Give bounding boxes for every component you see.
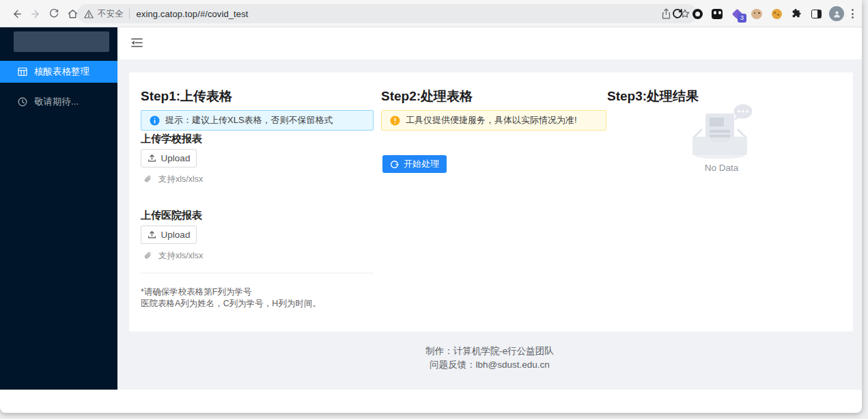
table-icon xyxy=(18,67,27,77)
upload-icon xyxy=(148,230,156,239)
cookie-extension-icon[interactable] xyxy=(770,7,783,21)
empty-box-illustration xyxy=(682,104,761,160)
browser-toolbar: 不安全 exing.catop.top/#/covid_test 3 xyxy=(0,0,862,27)
not-secure-warning-icon[interactable] xyxy=(84,10,94,18)
sidebar-item-covid-table[interactable]: 核酸表格整理 xyxy=(0,61,117,83)
share-icon[interactable] xyxy=(661,8,671,19)
omnibox-divider xyxy=(129,8,130,19)
app-header xyxy=(117,27,862,59)
url-text[interactable]: exing.catop.top/#/covid_test xyxy=(137,9,662,19)
paperclip-icon xyxy=(143,252,152,260)
eyes-extension-icon[interactable] xyxy=(710,7,724,21)
step1-info-alert: 提示：建议上传XLS表格，否则不保留格式 xyxy=(141,110,374,131)
school-upload-label: 上传学校报表 xyxy=(141,133,202,146)
format-note: *请确保学校表格第F列为学号 医院表格A列为姓名，C列为学号，H列为时间。 xyxy=(141,286,321,310)
warning-circle-icon xyxy=(390,116,400,126)
empty-state: No Data xyxy=(672,104,771,173)
paperclip-icon xyxy=(143,175,152,184)
support-hint-text: 支持xls/xlsx xyxy=(158,174,203,185)
profile-avatar[interactable] xyxy=(829,6,844,21)
support-hint-text: 支持xls/xlsx xyxy=(158,250,203,262)
school-upload-button[interactable]: Upload xyxy=(141,149,197,167)
upload-button-label: Upload xyxy=(161,153,191,163)
back-button[interactable] xyxy=(8,5,25,22)
empty-state-text: No Data xyxy=(672,163,771,173)
reload-button[interactable] xyxy=(46,5,62,22)
section-divider xyxy=(141,273,374,273)
step1-alert-text: 提示：建议上传XLS表格，否则不保留格式 xyxy=(165,114,333,126)
start-process-label: 开始处理 xyxy=(404,158,439,170)
footer-feedback: 问题反馈：lbh@sdust.edu.cn xyxy=(117,358,862,371)
step2-column: Step2:处理表格 工具仅提供便捷服务，具体以实际情况为准! 开始处理 xyxy=(381,72,606,332)
dark-mode-extension-icon[interactable] xyxy=(690,7,704,21)
hospital-support-hint: 支持xls/xlsx xyxy=(143,250,203,262)
upload-button-label: Upload xyxy=(161,230,191,240)
app-footer: 制作：计算机学院-e行公益团队 问题反馈：lbh@sdust.edu.cn xyxy=(117,344,862,371)
step2-warning-alert: 工具仅提供便捷服务，具体以实际情况为准! xyxy=(381,110,606,131)
main-area: Step1:上传表格 提示：建议上传XLS表格，否则不保留格式 上传学校报表 U… xyxy=(117,27,862,390)
app-logo xyxy=(14,31,109,52)
footer-credit: 制作：计算机学院-e行公益团队 xyxy=(117,344,862,357)
step1-title: Step1:上传表格 xyxy=(141,87,232,105)
side-panel-icon[interactable] xyxy=(809,7,823,21)
start-process-button[interactable]: 开始处理 xyxy=(382,155,447,173)
hospital-upload-button[interactable]: Upload xyxy=(141,226,197,244)
menu-fold-icon[interactable] xyxy=(131,38,143,49)
browser-window: 不安全 exing.catop.top/#/covid_test 3 xyxy=(0,0,862,413)
address-bar[interactable]: 不安全 exing.catop.top/#/covid_test xyxy=(77,4,697,23)
security-label[interactable]: 不安全 xyxy=(98,8,124,20)
purple-diamond-extension-icon[interactable]: 3 xyxy=(730,7,744,21)
upload-icon xyxy=(148,154,156,163)
step1-column: Step1:上传表格 提示：建议上传XLS表格，否则不保留格式 上传学校报表 U… xyxy=(141,72,374,332)
step2-alert-text: 工具仅提供便捷服务，具体以实际情况为准! xyxy=(406,114,577,126)
forward-button[interactable] xyxy=(27,5,44,22)
content-card: Step1:上传表格 提示：建议上传XLS表格，否则不保留格式 上传学校报表 U… xyxy=(129,72,853,332)
app-root: 核酸表格整理 敬请期待... Step1:上传表格 xyxy=(0,27,862,390)
info-circle-icon xyxy=(150,116,160,126)
extension-badge: 3 xyxy=(738,14,746,23)
browser-menu-icon[interactable] xyxy=(850,8,855,20)
step3-column: Step3:处理结果 xyxy=(607,72,845,332)
sidebar-item-label: 核酸表格整理 xyxy=(34,66,89,78)
school-support-hint: 支持xls/xlsx xyxy=(143,174,203,185)
sync-icon xyxy=(390,160,399,169)
format-note-line1: *请确保学校表格第F列为学号 xyxy=(141,286,321,298)
sidebar: 核酸表格整理 敬请期待... xyxy=(0,27,117,390)
extensions-puzzle-icon[interactable] xyxy=(789,7,803,21)
format-note-line2: 医院表格A列为姓名，C列为学号，H列为时间。 xyxy=(141,298,321,310)
sidebar-item-coming-soon[interactable]: 敬请期待... xyxy=(0,91,117,113)
step3-title: Step3:处理结果 xyxy=(607,87,699,105)
sync-extension-icon[interactable] xyxy=(671,7,684,21)
clock-icon xyxy=(18,97,27,107)
hospital-upload-label: 上传医院报表 xyxy=(141,209,202,222)
hamster-extension-icon[interactable] xyxy=(750,7,764,21)
extensions-row: 3 xyxy=(671,5,855,22)
sidebar-item-label: 敬请期待... xyxy=(34,96,79,108)
step2-title: Step2:处理表格 xyxy=(381,87,473,105)
